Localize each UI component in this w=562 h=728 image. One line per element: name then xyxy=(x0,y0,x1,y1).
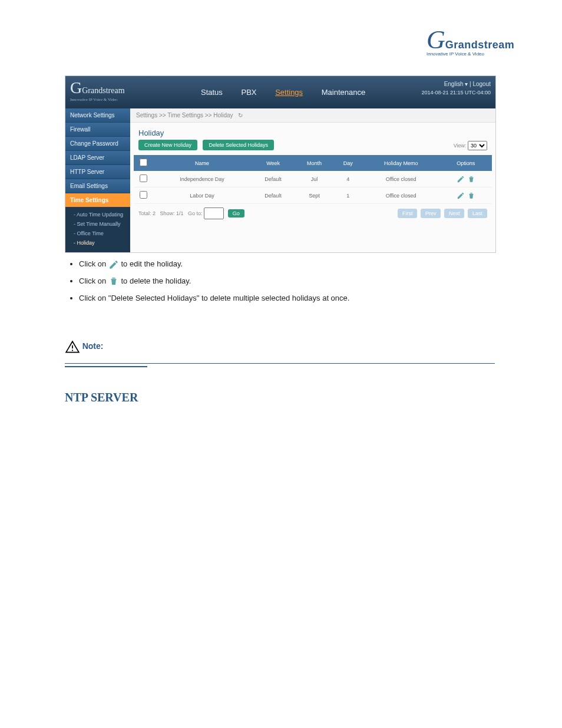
view-count: View: 30 xyxy=(454,141,487,150)
logout-link[interactable]: Logout xyxy=(472,81,491,87)
delete-icon[interactable] xyxy=(467,192,475,200)
nav-settings[interactable]: Settings xyxy=(275,88,303,97)
page-title: Holiday xyxy=(130,123,495,140)
table-row: Labor DayDefaultSept1Office closed xyxy=(134,187,492,204)
nav-status[interactable]: Status xyxy=(201,88,223,97)
document-body: Click on to edit the holiday.Click on to… xyxy=(65,253,495,409)
nav-maintenance[interactable]: Maintenance xyxy=(322,88,365,97)
cell-week: Default xyxy=(252,171,295,187)
edit-icon[interactable] xyxy=(457,192,465,200)
refresh-icon[interactable]: ↻ xyxy=(238,112,243,118)
th-memo[interactable]: Holiday Memo xyxy=(362,155,440,171)
pager-show: Show: 1/1 xyxy=(160,210,184,216)
row-checkbox[interactable] xyxy=(140,191,147,199)
pager-go-button[interactable]: Go xyxy=(228,209,244,218)
edit-icon[interactable] xyxy=(457,175,465,183)
sub-holiday[interactable]: - Holiday xyxy=(65,238,130,248)
cell-day: 4 xyxy=(334,171,362,187)
sub-set-manual[interactable]: - Set Time Manually xyxy=(65,219,130,229)
doc-bullet: Click on to edit the holiday. xyxy=(79,258,495,271)
pager-first[interactable]: First xyxy=(398,209,418,218)
sub-auto-time[interactable]: - Auto Time Updating xyxy=(65,210,130,219)
main-nav: Status PBX Settings Maintenance xyxy=(201,88,382,97)
sub-office-time[interactable]: - Office Time xyxy=(65,229,130,238)
row-checkbox[interactable] xyxy=(140,174,147,182)
view-select[interactable]: 30 xyxy=(468,141,487,150)
breadcrumb: Settings >> Time Settings >> Holiday ↻ xyxy=(130,108,495,123)
sidebar-item-email[interactable]: Email Settings xyxy=(65,179,130,193)
cell-memo: Office closed xyxy=(362,171,440,187)
top-bar: GGrandstream Innovative IP Voice & Video… xyxy=(65,76,495,108)
note-underline xyxy=(65,366,147,367)
server-datetime: 2014-08-21 21:15 UTC-04:00 xyxy=(421,90,491,95)
pager-next[interactable]: Next xyxy=(444,209,465,218)
th-options: Options xyxy=(440,155,492,171)
cell-name: Labor Day xyxy=(153,187,252,204)
select-all-checkbox[interactable] xyxy=(140,159,147,166)
nav-pbx[interactable]: PBX xyxy=(241,88,256,97)
note-label: Note: xyxy=(82,342,104,351)
app-window: GGrandstream Innovative IP Voice & Video… xyxy=(65,75,496,253)
content-pane: Settings >> Time Settings >> Holiday ↻ H… xyxy=(130,108,495,252)
cell-memo: Office closed xyxy=(362,187,440,204)
th-month[interactable]: Month xyxy=(295,155,333,171)
settings-sidebar: Network Settings Firewall Change Passwor… xyxy=(65,108,130,252)
sidebar-item-firewall[interactable]: Firewall xyxy=(65,123,130,137)
trash-icon xyxy=(108,276,119,286)
cell-month: Sept xyxy=(295,187,333,204)
doc-bullet: Click on "Delete Selected Holidays" to d… xyxy=(79,292,495,305)
sidebar-item-change-password[interactable]: Change Password xyxy=(65,137,130,151)
th-week[interactable]: Week xyxy=(252,155,295,171)
sidebar-item-time[interactable]: Time Settings xyxy=(65,193,130,207)
create-holiday-button[interactable]: Create New Holiday xyxy=(138,140,197,150)
pager-goto-label: Go to: xyxy=(188,210,203,216)
pager-last[interactable]: Last xyxy=(468,209,487,218)
app-logo: GGrandstream Innovative IP Voice & Video xyxy=(70,78,125,102)
cell-name: Independence Day xyxy=(153,171,252,187)
pager-prev[interactable]: Prev xyxy=(421,209,441,218)
th-day[interactable]: Day xyxy=(334,155,362,171)
note-divider xyxy=(65,363,495,364)
language-dropdown[interactable]: English ▾ xyxy=(444,81,468,87)
pager-goto-input[interactable] xyxy=(204,207,224,219)
cell-week: Default xyxy=(252,187,295,204)
svg-point-1 xyxy=(72,350,73,351)
doc-bullet: Click on to delete the holiday. xyxy=(79,275,495,288)
brand-logo: GGrandstream Innovative IP Voice & Video xyxy=(427,32,497,57)
pencil-icon xyxy=(108,259,119,270)
table-row: Independence DayDefaultJul4Office closed xyxy=(134,171,492,187)
cell-day: 1 xyxy=(334,187,362,204)
sidebar-item-http[interactable]: HTTP Server xyxy=(65,165,130,179)
ntp-server-heading: NTP SERVER xyxy=(65,391,495,404)
delete-selected-button[interactable]: Delete Selected Holidays xyxy=(203,140,274,150)
delete-icon[interactable] xyxy=(467,175,475,183)
holiday-table: Name Week Month Day Holiday Memo Options… xyxy=(134,155,492,204)
sidebar-item-ldap[interactable]: LDAP Server xyxy=(65,151,130,165)
warning-icon xyxy=(65,340,80,355)
cell-month: Jul xyxy=(295,171,333,187)
th-name[interactable]: Name xyxy=(153,155,252,171)
pager-total: Total: 2 xyxy=(138,210,156,216)
sidebar-item-network[interactable]: Network Settings xyxy=(65,108,130,123)
